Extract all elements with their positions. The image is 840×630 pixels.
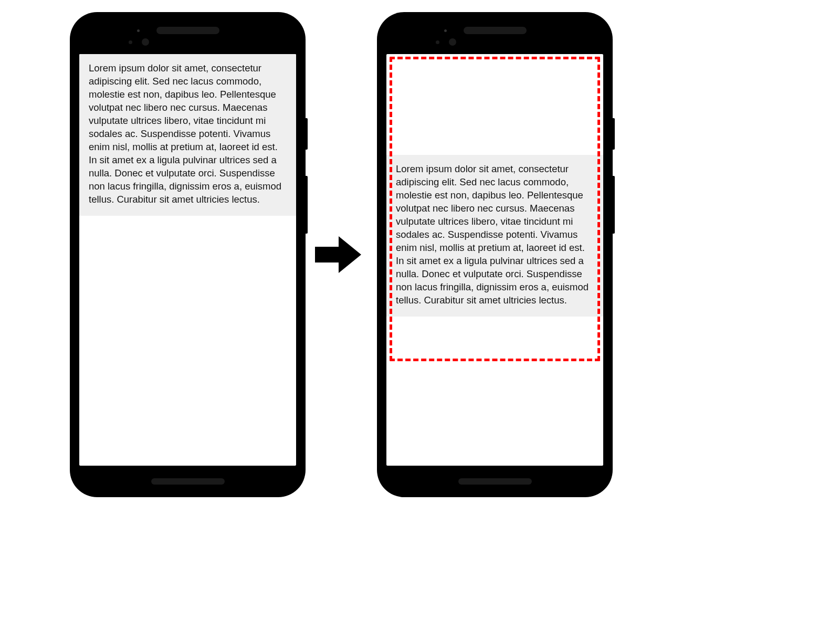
body-text: Lorem ipsum dolor sit amet, consectetur …: [79, 54, 296, 216]
phone-mockup-right: Lorem ipsum dolor sit amet, consectetur …: [378, 13, 612, 496]
side-button-icon: [612, 176, 615, 234]
speaker-icon: [464, 27, 527, 34]
side-button-icon: [612, 118, 615, 150]
svg-marker-0: [315, 236, 361, 273]
sensor-icon: [444, 29, 447, 32]
phone-mockup-left: Lorem ipsum dolor sit amet, consectetur …: [71, 13, 304, 496]
sensor-icon: [129, 40, 132, 44]
sensor-icon: [436, 40, 439, 44]
speaker-icon: [151, 478, 225, 485]
phone-screen-left: Lorem ipsum dolor sit amet, consectetur …: [79, 54, 296, 466]
side-button-icon: [304, 176, 308, 234]
speaker-icon: [458, 478, 532, 485]
side-button-icon: [304, 118, 308, 150]
speaker-icon: [156, 27, 219, 34]
phone-screen-right: Lorem ipsum dolor sit amet, consectetur …: [386, 54, 603, 466]
arrow-right-icon: [315, 234, 362, 276]
body-text: Lorem ipsum dolor sit amet, consectetur …: [386, 155, 603, 317]
camera-icon: [142, 38, 149, 46]
camera-icon: [449, 38, 456, 46]
sensor-icon: [137, 29, 140, 32]
